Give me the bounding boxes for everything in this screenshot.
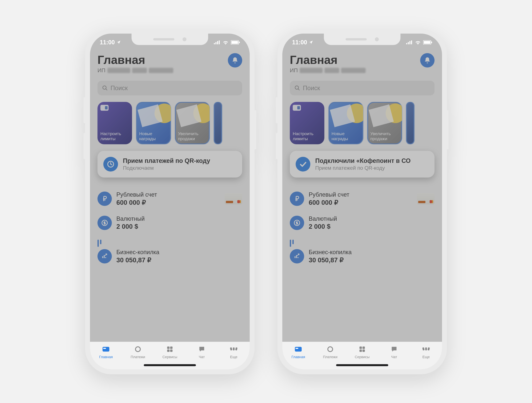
account-name: Бизнес-копилка bbox=[116, 249, 242, 256]
phone-mockup-left: 11:00 Главная ИП bbox=[85, 29, 255, 374]
svg-rect-37 bbox=[362, 350, 365, 352]
account-savings[interactable]: Бизнес-копилка 30 050,87 ₽ bbox=[97, 247, 242, 268]
svg-rect-11 bbox=[102, 347, 109, 352]
account-name: Валютный bbox=[309, 215, 435, 222]
svg-rect-32 bbox=[296, 348, 298, 349]
card-subtitle: Прием платежей по QR-коду bbox=[315, 165, 411, 171]
svg-rect-1 bbox=[215, 42, 216, 44]
story-rewards[interactable]: Новые награды bbox=[329, 102, 363, 144]
svg-rect-26 bbox=[424, 41, 430, 44]
status-time: 11:00 bbox=[100, 39, 115, 46]
drag-handle[interactable] bbox=[290, 240, 296, 247]
tab-home[interactable]: Главная bbox=[95, 345, 117, 359]
clock-icon bbox=[103, 157, 118, 172]
tab-more[interactable]: Еще bbox=[415, 345, 437, 359]
svg-point-28 bbox=[295, 86, 299, 89]
redacted-text bbox=[132, 68, 147, 73]
svg-line-29 bbox=[298, 89, 300, 90]
cellular-icon bbox=[406, 40, 413, 45]
tab-payments[interactable]: Платежи bbox=[127, 345, 149, 359]
story-limits[interactable]: Настроить лимиты bbox=[97, 102, 132, 144]
home-indicator[interactable] bbox=[336, 364, 388, 366]
redacted-text bbox=[324, 68, 339, 73]
page-subtitle: ИП bbox=[290, 67, 366, 74]
account-balance: 2 000 $ bbox=[309, 223, 435, 230]
home-indicator[interactable] bbox=[144, 364, 196, 366]
notification-card[interactable]: Подключили «Кофепоинт в СО Прием платеже… bbox=[290, 151, 435, 178]
account-savings[interactable]: Бизнес-копилка 30 050,87 ₽ bbox=[290, 247, 435, 268]
svg-line-8 bbox=[106, 89, 107, 90]
tab-chat[interactable]: Чат bbox=[383, 345, 405, 359]
tab-services[interactable]: Сервисы bbox=[351, 345, 374, 359]
story-more[interactable] bbox=[406, 102, 414, 144]
services-icon bbox=[358, 345, 367, 354]
svg-rect-18 bbox=[230, 347, 232, 351]
services-icon bbox=[165, 345, 174, 354]
account-ruble[interactable]: Рублевый счет 600 000 ₽ bbox=[97, 187, 242, 211]
ruble-icon bbox=[290, 192, 304, 206]
home-icon bbox=[294, 345, 303, 354]
svg-rect-6 bbox=[239, 42, 240, 43]
tab-services[interactable]: Сервисы bbox=[158, 345, 181, 359]
dollar-icon bbox=[97, 216, 112, 230]
account-balance: 30 050,87 ₽ bbox=[309, 256, 435, 264]
svg-rect-16 bbox=[167, 350, 170, 352]
growth-icon bbox=[97, 249, 112, 263]
svg-rect-3 bbox=[219, 40, 220, 44]
account-balance: 600 000 ₽ bbox=[309, 199, 412, 206]
location-icon bbox=[309, 40, 313, 45]
svg-rect-22 bbox=[408, 42, 409, 44]
svg-rect-20 bbox=[235, 347, 237, 351]
tab-more[interactable]: Еще bbox=[222, 345, 245, 359]
svg-rect-40 bbox=[428, 347, 430, 351]
payments-icon bbox=[133, 345, 142, 354]
drag-handle[interactable] bbox=[97, 240, 103, 247]
svg-rect-36 bbox=[360, 350, 362, 352]
account-name: Рублевый счет bbox=[309, 191, 412, 198]
story-sales[interactable]: Увеличить продажи bbox=[175, 102, 210, 144]
check-icon bbox=[296, 157, 310, 172]
stories-row[interactable]: Настроить лимиты Новые награды Увеличить… bbox=[97, 102, 242, 144]
svg-point-33 bbox=[328, 347, 332, 352]
status-time: 11:00 bbox=[292, 39, 307, 46]
account-balance: 30 050,87 ₽ bbox=[116, 256, 242, 264]
stories-row[interactable]: Настроить лимиты Новые награды Увеличить… bbox=[290, 102, 435, 144]
account-currency[interactable]: Валютный 2 000 $ bbox=[290, 211, 435, 235]
dollar-icon bbox=[290, 216, 304, 230]
redacted-text bbox=[341, 68, 366, 73]
location-icon bbox=[117, 40, 121, 45]
wifi-icon bbox=[415, 40, 421, 45]
tab-chat[interactable]: Чат bbox=[190, 345, 213, 359]
notifications-button[interactable] bbox=[420, 53, 435, 68]
tab-home[interactable]: Главная bbox=[287, 345, 310, 359]
notifications-button[interactable] bbox=[228, 53, 242, 68]
cellular-icon bbox=[214, 40, 220, 45]
card-title: Прием платежей по QR-коду bbox=[123, 157, 210, 164]
battery-icon bbox=[231, 40, 240, 45]
account-ruble[interactable]: Рублевый счет 600 000 ₽ bbox=[290, 187, 435, 211]
account-currency[interactable]: Валютный 2 000 $ bbox=[97, 211, 242, 235]
battery-icon bbox=[423, 40, 432, 45]
svg-rect-17 bbox=[170, 350, 173, 352]
search-input[interactable]: Поиск bbox=[97, 81, 242, 95]
search-input[interactable]: Поиск bbox=[290, 81, 435, 95]
card-thumbnail[interactable] bbox=[225, 193, 242, 205]
svg-rect-31 bbox=[295, 347, 302, 352]
phone-mockup-right: 11:00 Главная ИП bbox=[277, 29, 447, 374]
search-placeholder: Поиск bbox=[303, 85, 320, 92]
card-title: Подключили «Кофепоинт в СО bbox=[315, 157, 411, 164]
notch bbox=[324, 34, 400, 45]
tab-payments[interactable]: Платежи bbox=[319, 345, 342, 359]
notification-card[interactable]: Прием платежей по QR-коду Подключаем bbox=[97, 151, 242, 178]
redacted-text bbox=[108, 68, 130, 73]
story-sales[interactable]: Увеличить продажи bbox=[367, 102, 402, 144]
svg-point-13 bbox=[135, 347, 140, 352]
svg-point-7 bbox=[103, 86, 106, 89]
page-title: Главная bbox=[290, 53, 366, 66]
story-more[interactable] bbox=[214, 102, 222, 144]
page-title: Главная bbox=[97, 53, 173, 66]
account-name: Рублевый счет bbox=[116, 191, 220, 198]
card-thumbnail[interactable] bbox=[417, 193, 435, 205]
story-rewards[interactable]: Новые награды bbox=[136, 102, 171, 144]
story-limits[interactable]: Настроить лимиты bbox=[290, 102, 324, 144]
